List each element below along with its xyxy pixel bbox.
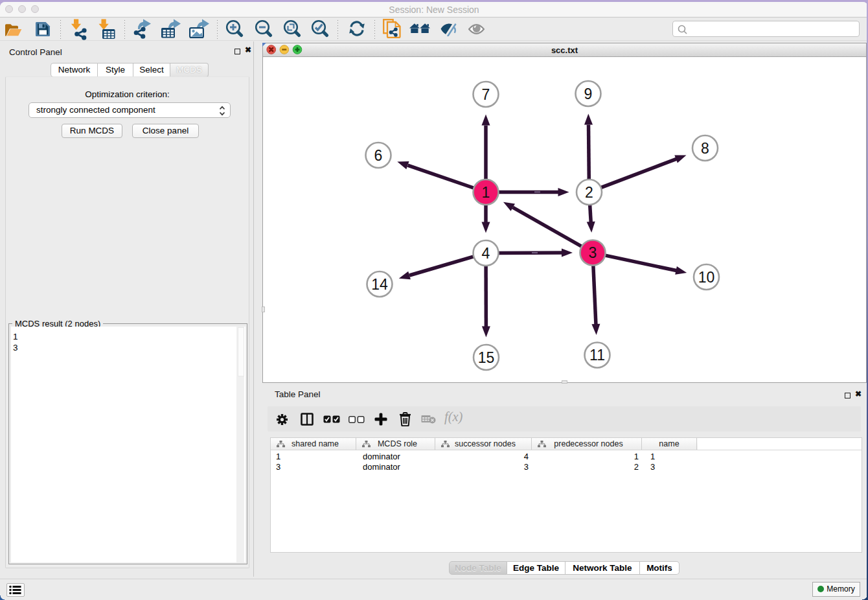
- svg-text:7: 7: [482, 86, 490, 103]
- svg-text:4: 4: [482, 245, 490, 262]
- svg-text:10: 10: [698, 269, 715, 286]
- svg-text:8: 8: [701, 140, 709, 157]
- svg-text:6: 6: [374, 147, 383, 164]
- svg-text:14: 14: [371, 276, 388, 293]
- svg-text:15: 15: [478, 349, 495, 366]
- svg-text:11: 11: [589, 347, 605, 363]
- svg-text:3: 3: [589, 244, 597, 261]
- svg-text:2: 2: [585, 184, 593, 201]
- svg-text:9: 9: [584, 86, 593, 102]
- svg-text:1: 1: [482, 184, 490, 201]
